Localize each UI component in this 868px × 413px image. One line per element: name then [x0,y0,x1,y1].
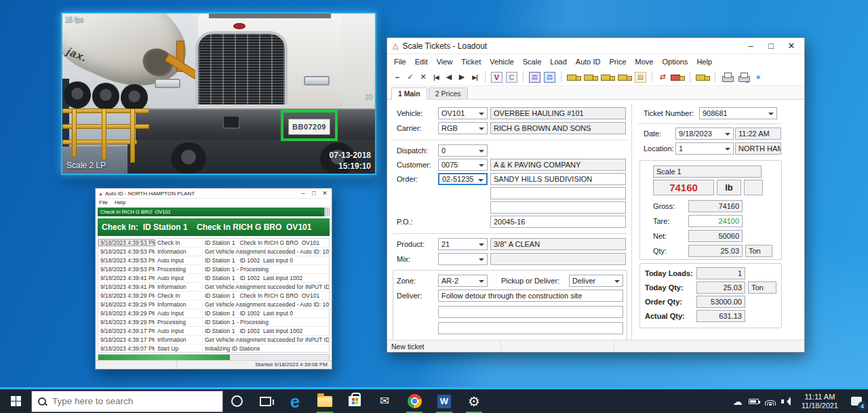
log-row[interactable]: 9/18/2023 4:39:41 PM Auto Input ID Stati… [98,274,329,283]
maximize-icon[interactable]: □ [761,41,781,51]
task-view-button[interactable] [250,389,280,413]
log-row[interactable]: 9/18/2023 4:39:29 PM Auto Input ID Stati… [98,309,329,318]
product-combo[interactable]: 21 [438,238,488,250]
menu-item[interactable]: Load [550,58,566,66]
network-tray-button[interactable] [762,389,778,413]
truck-auto-icon[interactable] [696,72,709,83]
close-icon[interactable]: ✕ [781,41,802,51]
menu-item[interactable]: Auto ID [576,58,601,66]
next-record-button[interactable]: ▶ [457,73,467,81]
deliver-field[interactable]: Follow detour through the construction s… [438,290,623,302]
log-row[interactable]: 9/18/2023 4:39:29 PM Check In ID Station… [98,292,329,300]
log-row[interactable]: 9/18/2023 4:39:53 PM Check In ID Station… [98,239,329,248]
scale1-header[interactable]: Scale 1 [653,165,762,178]
scale-titlebar[interactable]: △ Scale Tickets - Loadout – □ ✕ [387,38,804,54]
edge-button[interactable]: e [280,389,310,413]
log-row[interactable]: 9/18/2023 4:39:29 PM Information Get Veh… [98,300,329,309]
truck-move-icon[interactable] [671,72,684,83]
file-explorer-button[interactable] [310,389,340,413]
menu-item[interactable]: Vehicle [490,58,513,66]
print-button[interactable] [721,72,734,83]
minimize-icon[interactable]: – [298,190,309,197]
zone-combo[interactable]: AR-2 [438,275,488,287]
search-input[interactable] [52,396,201,406]
order-desc-field-2[interactable] [490,187,626,199]
vehicle-combo[interactable]: OV101 [438,107,488,119]
transfer-icon[interactable]: ⇄ [658,73,667,81]
pickup-or-deliver-combo[interactable]: Deliver [569,275,623,287]
deliver-field-3[interactable] [438,322,623,334]
minimize-icon[interactable]: – [741,41,761,51]
order-desc-field-3[interactable] [490,201,626,214]
ticker-scroll-grip[interactable] [324,208,330,216]
autoid-titlebar[interactable]: ▲ Auto ID - NORTH HAMPTON PLANT – □ ✕ [96,189,332,199]
scale-tickets-window: △ Scale Tickets - Loadout – □ ✕ FileEdit… [387,37,805,353]
action-center-button[interactable]: 4 [845,389,868,413]
log-row[interactable]: 9/18/2023 4:39:17 PM Auto Input ID Stati… [98,327,329,336]
menu-item[interactable]: Help [696,58,712,66]
ticket-doc-icon[interactable]: ▤ [635,72,646,83]
log-row[interactable]: 9/18/2023 4:39:07 PM Start Up Initializi… [98,345,329,353]
menu-item[interactable]: Ticket [461,58,481,66]
taskbar-clock[interactable]: 11:11 AM 11/18/2021 [795,393,845,410]
log-row[interactable]: 9/18/2023 4:39:17 PM Information Get Veh… [98,336,329,345]
close-icon[interactable]: ✕ [319,190,330,197]
scale-readout-icon[interactable]: ⚖ [544,72,555,83]
settings-button[interactable]: ⚙ [459,389,489,413]
deliver-field-2[interactable] [438,306,623,318]
tare-field[interactable]: 24100 [688,215,743,227]
customer-combo[interactable]: 0075 [438,159,488,171]
mix-combo[interactable] [438,253,488,265]
truck-void-icon[interactable]: ✕ [601,72,614,83]
order-desc-field[interactable]: SANDY HILLS SUBDIVISION [490,173,626,185]
log-row[interactable]: 9/18/2023 4:39:53 PM Information Get Veh… [98,248,329,256]
print-setup-button[interactable] [737,72,750,83]
cancel-button[interactable]: ✕ [418,73,428,81]
prev-record-button[interactable]: ◀ [444,73,454,81]
ticket-number-combo[interactable]: 908681 [699,107,777,119]
menu-item[interactable]: Price [609,58,626,66]
menu-item[interactable]: Help [115,199,125,205]
menu-item[interactable]: View [437,58,453,66]
onedrive-tray-button[interactable]: ☁ [730,389,746,413]
menu-item[interactable]: Options [662,58,688,66]
tab-prices[interactable]: 2 Prices [429,87,468,99]
maximize-icon[interactable]: □ [309,190,319,197]
volume-tray-button[interactable] [778,389,795,413]
cortana-button[interactable] [223,389,250,413]
dispatch-combo[interactable]: 0 [438,144,488,157]
scale-query-icon[interactable]: ⚖ [529,72,540,83]
start-button[interactable] [0,389,31,413]
last-record-button[interactable]: ▶| [470,74,479,81]
date-combo[interactable]: 9/18/2023 [675,127,734,140]
truck-cancel-icon[interactable]: ✕ [618,72,631,83]
log-row[interactable]: 9/18/2023 4:39:53 PM Processing ID Stati… [98,265,329,274]
menu-item[interactable]: Move [635,58,654,66]
mail-button[interactable]: ✉ [370,389,399,413]
po-field[interactable]: 20045-16 [490,216,626,228]
chrome-button[interactable] [399,389,429,413]
power-tray-button[interactable] [746,389,762,413]
tab-main[interactable]: 1 Main [391,87,427,100]
menu-item[interactable]: Scale [523,58,542,66]
taskbar-search[interactable] [31,391,223,412]
log-row[interactable]: 9/18/2023 4:39:41 PM Information Get Veh… [98,283,329,292]
menu-item[interactable]: File [394,58,406,66]
first-record-button[interactable]: |◀ [431,74,441,81]
delete-button[interactable]: − [393,73,402,81]
carrier-combo[interactable]: RGB [438,122,488,134]
truck-load-icon[interactable] [584,72,597,83]
log-row[interactable]: 9/18/2023 4:39:29 PM Processing ID Stati… [98,318,329,327]
capture-icon[interactable]: C [506,72,517,83]
menu-item[interactable]: File [99,199,108,205]
log-row[interactable]: 9/18/2023 4:39:53 PM Auto Input ID Stati… [98,256,329,265]
accept-button[interactable]: ✓ [406,73,415,81]
truck-checkin-icon[interactable] [567,72,580,83]
store-button[interactable] [340,389,370,413]
menu-item[interactable]: Edit [415,58,428,66]
location-combo[interactable]: 1 [675,142,734,155]
video-icon[interactable]: V [491,72,502,83]
status-text: New ticket [387,340,501,352]
word-button[interactable]: W [429,389,459,413]
order-combo[interactable]: 02-51235 [438,173,488,185]
